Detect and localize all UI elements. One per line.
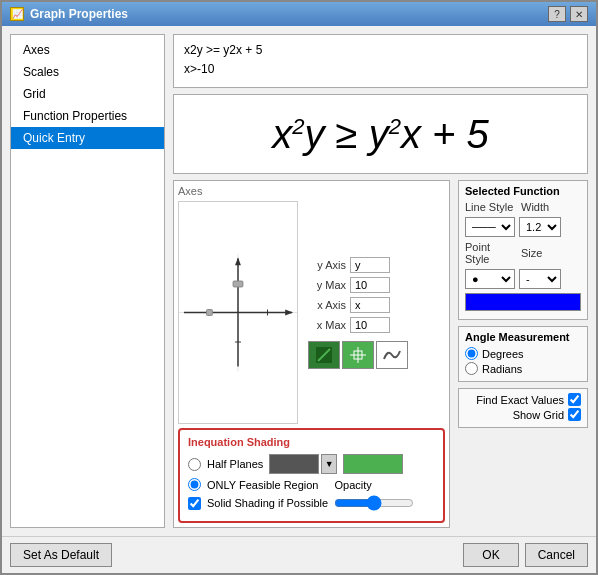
x-max-input[interactable] — [350, 317, 390, 333]
plot-canvas — [178, 201, 298, 424]
degrees-row: Degrees — [465, 347, 581, 360]
x-axis-row: x Axis — [308, 297, 441, 313]
graph-btn-3[interactable] — [376, 341, 408, 369]
math-display: x2y ≥ y2x + 5 — [173, 94, 588, 174]
ok-button[interactable]: OK — [463, 543, 518, 567]
line-style-select[interactable]: ────── - - - - · · · · — [465, 217, 515, 237]
degrees-label: Degrees — [482, 348, 524, 360]
help-button[interactable]: ? — [548, 6, 566, 22]
axes-svg — [179, 202, 297, 423]
opacity-label: Opacity — [335, 479, 372, 491]
svg-rect-10 — [233, 281, 243, 287]
bottom-bar: Set As Default OK Cancel — [2, 536, 596, 573]
graph-left-panel: Axes — [173, 180, 450, 528]
y-max-row: y Max — [308, 277, 441, 293]
y-axis-row: y Axis — [308, 257, 441, 273]
size-header: Size — [521, 247, 542, 259]
axes-controls: y Axis y Max x Axis — [304, 201, 445, 424]
color-swatch[interactable] — [465, 293, 581, 311]
title-bar: 📈 Graph Properties ? ✕ — [2, 2, 596, 26]
svg-rect-11 — [207, 310, 213, 316]
opacity-slider[interactable] — [334, 495, 414, 511]
window-icon: 📈 — [10, 7, 24, 21]
only-feasible-row: ONLY Feasible Region Opacity — [188, 478, 435, 491]
sidebar-item-grid[interactable]: Grid — [11, 83, 164, 105]
x-max-label: x Max — [308, 319, 346, 331]
solid-shading-row: Solid Shading if Possible — [188, 495, 435, 511]
graph-btn-1[interactable] — [308, 341, 340, 369]
line-style-header-row: Line Style Width — [465, 201, 581, 213]
right-panel: Selected Function Line Style Width ─────… — [458, 180, 588, 528]
show-grid-label: Show Grid — [513, 409, 564, 421]
equation-box: x2y >= y2x + 5 x>-10 — [173, 34, 588, 88]
title-bar-left: 📈 Graph Properties — [10, 7, 128, 21]
show-grid-row: Show Grid — [465, 408, 581, 421]
size-select[interactable]: - S M — [519, 269, 561, 289]
y-axis-label: y Axis — [308, 259, 346, 271]
math-rendered: x2y ≥ y2x + 5 — [272, 112, 489, 157]
inequation-section: Inequation Shading Half Planes ▼ — [178, 428, 445, 523]
title-bar-controls: ? ✕ — [548, 6, 588, 22]
radians-label: Radians — [482, 363, 522, 375]
show-grid-checkbox[interactable] — [568, 408, 581, 421]
dark-color-swatch — [269, 454, 319, 474]
x-axis-input[interactable] — [350, 297, 390, 313]
angle-box: Angle Measurement Degrees Radians — [458, 326, 588, 382]
opacity-slider-container — [334, 495, 414, 511]
bottom-right-buttons: OK Cancel — [463, 543, 588, 567]
color-dropdown-btn[interactable]: ▼ — [321, 454, 337, 474]
only-feasible-label: ONLY Feasible Region — [207, 479, 319, 491]
axes-label: Axes — [178, 185, 445, 197]
selected-function-box: Selected Function Line Style Width ─────… — [458, 180, 588, 320]
solid-shading-checkbox[interactable] — [188, 497, 201, 510]
y-max-label: y Max — [308, 279, 346, 291]
main-panel: x2y >= y2x + 5 x>-10 x2y ≥ y2x + 5 Axes — [173, 34, 588, 528]
point-style-header-row: Point Style Size — [465, 241, 581, 265]
only-feasible-radio[interactable] — [188, 478, 201, 491]
graph-buttons — [308, 341, 441, 369]
half-planes-label: Half Planes — [207, 458, 263, 470]
selected-function-title: Selected Function — [465, 185, 581, 197]
point-style-controls-row: ● ○ ■ - S M — [465, 269, 581, 289]
close-button[interactable]: ✕ — [570, 6, 588, 22]
point-style-select[interactable]: ● ○ ■ — [465, 269, 515, 289]
svg-marker-5 — [285, 310, 293, 316]
sidebar-item-quick-entry[interactable]: Quick Entry — [11, 127, 164, 149]
y-max-input[interactable] — [350, 277, 390, 293]
graph-btn-2[interactable] — [342, 341, 374, 369]
graph-plot-area: y Axis y Max x Axis — [178, 201, 445, 424]
point-style-header: Point Style — [465, 241, 517, 265]
x-axis-label: x Axis — [308, 299, 346, 311]
width-header: Width — [521, 201, 549, 213]
color-select: ▼ — [269, 454, 337, 474]
sidebar-item-axes[interactable]: Axes — [11, 39, 164, 61]
angle-title: Angle Measurement — [465, 331, 581, 343]
y-axis-input[interactable] — [350, 257, 390, 273]
equation-line2: x>-10 — [184, 60, 577, 79]
graph-properties-window: 📈 Graph Properties ? ✕ Axes Scales Grid … — [0, 0, 598, 575]
radians-radio[interactable] — [465, 362, 478, 375]
half-planes-row: Half Planes ▼ — [188, 454, 435, 474]
inequation-title: Inequation Shading — [188, 436, 435, 448]
half-planes-radio[interactable] — [188, 458, 201, 471]
set-default-button[interactable]: Set As Default — [10, 543, 112, 567]
options-box: Find Exact Values Show Grid — [458, 388, 588, 428]
sidebar-item-function-properties[interactable]: Function Properties — [11, 105, 164, 127]
width-select[interactable]: 1.25pt 0.5pt 2pt — [519, 217, 561, 237]
svg-marker-4 — [235, 257, 241, 265]
line-style-header: Line Style — [465, 201, 517, 213]
find-exact-label: Find Exact Values — [476, 394, 564, 406]
sidebar-item-scales[interactable]: Scales — [11, 61, 164, 83]
content-area: Axes Scales Grid Function Properties Qui… — [2, 26, 596, 536]
x-max-row: x Max — [308, 317, 441, 333]
equation-line1: x2y >= y2x + 5 — [184, 41, 577, 60]
green-color-swatch — [343, 454, 403, 474]
find-exact-checkbox[interactable] — [568, 393, 581, 406]
find-exact-row: Find Exact Values — [465, 393, 581, 406]
window-title: Graph Properties — [30, 7, 128, 21]
degrees-radio[interactable] — [465, 347, 478, 360]
cancel-button[interactable]: Cancel — [525, 543, 588, 567]
sidebar: Axes Scales Grid Function Properties Qui… — [10, 34, 165, 528]
graph-area: Axes — [173, 180, 588, 528]
line-style-controls-row: ────── - - - - · · · · 1.25pt 0.5pt 2pt — [465, 217, 581, 237]
